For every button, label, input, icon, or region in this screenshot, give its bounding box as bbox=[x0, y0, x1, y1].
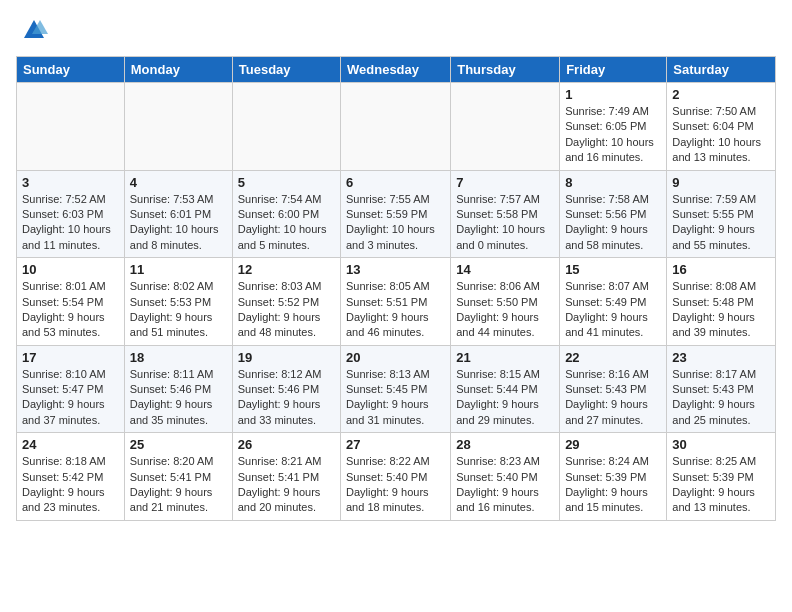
page: SundayMondayTuesdayWednesdayThursdayFrid… bbox=[0, 0, 792, 537]
weekday-header: Saturday bbox=[667, 57, 776, 83]
day-number: 19 bbox=[238, 350, 335, 365]
day-number: 30 bbox=[672, 437, 770, 452]
day-info: Sunrise: 8:25 AMSunset: 5:39 PMDaylight:… bbox=[672, 454, 770, 516]
calendar-cell bbox=[341, 83, 451, 171]
calendar-cell: 11Sunrise: 8:02 AMSunset: 5:53 PMDayligh… bbox=[124, 258, 232, 346]
calendar-cell: 5Sunrise: 7:54 AMSunset: 6:00 PMDaylight… bbox=[232, 170, 340, 258]
day-number: 13 bbox=[346, 262, 445, 277]
day-number: 10 bbox=[22, 262, 119, 277]
calendar-cell: 4Sunrise: 7:53 AMSunset: 6:01 PMDaylight… bbox=[124, 170, 232, 258]
day-info: Sunrise: 8:15 AMSunset: 5:44 PMDaylight:… bbox=[456, 367, 554, 429]
day-info: Sunrise: 8:03 AMSunset: 5:52 PMDaylight:… bbox=[238, 279, 335, 341]
day-number: 9 bbox=[672, 175, 770, 190]
day-info: Sunrise: 8:06 AMSunset: 5:50 PMDaylight:… bbox=[456, 279, 554, 341]
calendar-week-row: 17Sunrise: 8:10 AMSunset: 5:47 PMDayligh… bbox=[17, 345, 776, 433]
day-info: Sunrise: 8:17 AMSunset: 5:43 PMDaylight:… bbox=[672, 367, 770, 429]
day-number: 29 bbox=[565, 437, 661, 452]
calendar-cell: 26Sunrise: 8:21 AMSunset: 5:41 PMDayligh… bbox=[232, 433, 340, 521]
day-number: 26 bbox=[238, 437, 335, 452]
day-number: 2 bbox=[672, 87, 770, 102]
day-info: Sunrise: 8:22 AMSunset: 5:40 PMDaylight:… bbox=[346, 454, 445, 516]
calendar-cell: 30Sunrise: 8:25 AMSunset: 5:39 PMDayligh… bbox=[667, 433, 776, 521]
calendar-cell: 16Sunrise: 8:08 AMSunset: 5:48 PMDayligh… bbox=[667, 258, 776, 346]
day-number: 4 bbox=[130, 175, 227, 190]
day-info: Sunrise: 8:16 AMSunset: 5:43 PMDaylight:… bbox=[565, 367, 661, 429]
day-number: 17 bbox=[22, 350, 119, 365]
calendar-cell: 23Sunrise: 8:17 AMSunset: 5:43 PMDayligh… bbox=[667, 345, 776, 433]
calendar-cell: 21Sunrise: 8:15 AMSunset: 5:44 PMDayligh… bbox=[451, 345, 560, 433]
day-info: Sunrise: 8:10 AMSunset: 5:47 PMDaylight:… bbox=[22, 367, 119, 429]
day-number: 22 bbox=[565, 350, 661, 365]
day-info: Sunrise: 7:54 AMSunset: 6:00 PMDaylight:… bbox=[238, 192, 335, 254]
calendar-cell: 17Sunrise: 8:10 AMSunset: 5:47 PMDayligh… bbox=[17, 345, 125, 433]
day-info: Sunrise: 7:57 AMSunset: 5:58 PMDaylight:… bbox=[456, 192, 554, 254]
calendar-week-row: 24Sunrise: 8:18 AMSunset: 5:42 PMDayligh… bbox=[17, 433, 776, 521]
day-info: Sunrise: 8:23 AMSunset: 5:40 PMDaylight:… bbox=[456, 454, 554, 516]
day-info: Sunrise: 8:02 AMSunset: 5:53 PMDaylight:… bbox=[130, 279, 227, 341]
calendar-cell: 28Sunrise: 8:23 AMSunset: 5:40 PMDayligh… bbox=[451, 433, 560, 521]
day-info: Sunrise: 7:59 AMSunset: 5:55 PMDaylight:… bbox=[672, 192, 770, 254]
day-info: Sunrise: 8:18 AMSunset: 5:42 PMDaylight:… bbox=[22, 454, 119, 516]
day-number: 25 bbox=[130, 437, 227, 452]
header bbox=[16, 16, 776, 44]
calendar-cell: 20Sunrise: 8:13 AMSunset: 5:45 PMDayligh… bbox=[341, 345, 451, 433]
day-info: Sunrise: 8:08 AMSunset: 5:48 PMDaylight:… bbox=[672, 279, 770, 341]
calendar-header-row: SundayMondayTuesdayWednesdayThursdayFrid… bbox=[17, 57, 776, 83]
day-number: 7 bbox=[456, 175, 554, 190]
calendar-week-row: 3Sunrise: 7:52 AMSunset: 6:03 PMDaylight… bbox=[17, 170, 776, 258]
calendar-cell bbox=[124, 83, 232, 171]
day-info: Sunrise: 7:52 AMSunset: 6:03 PMDaylight:… bbox=[22, 192, 119, 254]
calendar-week-row: 10Sunrise: 8:01 AMSunset: 5:54 PMDayligh… bbox=[17, 258, 776, 346]
day-number: 27 bbox=[346, 437, 445, 452]
calendar-cell bbox=[17, 83, 125, 171]
day-info: Sunrise: 8:24 AMSunset: 5:39 PMDaylight:… bbox=[565, 454, 661, 516]
calendar-week-row: 1Sunrise: 7:49 AMSunset: 6:05 PMDaylight… bbox=[17, 83, 776, 171]
day-info: Sunrise: 8:01 AMSunset: 5:54 PMDaylight:… bbox=[22, 279, 119, 341]
weekday-header: Wednesday bbox=[341, 57, 451, 83]
day-number: 23 bbox=[672, 350, 770, 365]
calendar-cell: 22Sunrise: 8:16 AMSunset: 5:43 PMDayligh… bbox=[560, 345, 667, 433]
calendar-cell: 9Sunrise: 7:59 AMSunset: 5:55 PMDaylight… bbox=[667, 170, 776, 258]
day-number: 6 bbox=[346, 175, 445, 190]
day-number: 16 bbox=[672, 262, 770, 277]
calendar-cell: 14Sunrise: 8:06 AMSunset: 5:50 PMDayligh… bbox=[451, 258, 560, 346]
day-number: 3 bbox=[22, 175, 119, 190]
day-number: 21 bbox=[456, 350, 554, 365]
weekday-header: Thursday bbox=[451, 57, 560, 83]
calendar-cell: 10Sunrise: 8:01 AMSunset: 5:54 PMDayligh… bbox=[17, 258, 125, 346]
logo bbox=[16, 16, 48, 44]
calendar-cell bbox=[451, 83, 560, 171]
day-number: 8 bbox=[565, 175, 661, 190]
day-info: Sunrise: 7:58 AMSunset: 5:56 PMDaylight:… bbox=[565, 192, 661, 254]
calendar-cell: 27Sunrise: 8:22 AMSunset: 5:40 PMDayligh… bbox=[341, 433, 451, 521]
day-info: Sunrise: 7:55 AMSunset: 5:59 PMDaylight:… bbox=[346, 192, 445, 254]
day-number: 12 bbox=[238, 262, 335, 277]
calendar-cell: 6Sunrise: 7:55 AMSunset: 5:59 PMDaylight… bbox=[341, 170, 451, 258]
day-info: Sunrise: 7:53 AMSunset: 6:01 PMDaylight:… bbox=[130, 192, 227, 254]
day-number: 5 bbox=[238, 175, 335, 190]
weekday-header: Tuesday bbox=[232, 57, 340, 83]
calendar-cell: 24Sunrise: 8:18 AMSunset: 5:42 PMDayligh… bbox=[17, 433, 125, 521]
day-info: Sunrise: 8:07 AMSunset: 5:49 PMDaylight:… bbox=[565, 279, 661, 341]
calendar-cell: 19Sunrise: 8:12 AMSunset: 5:46 PMDayligh… bbox=[232, 345, 340, 433]
day-info: Sunrise: 7:50 AMSunset: 6:04 PMDaylight:… bbox=[672, 104, 770, 166]
day-info: Sunrise: 8:21 AMSunset: 5:41 PMDaylight:… bbox=[238, 454, 335, 516]
day-number: 14 bbox=[456, 262, 554, 277]
day-number: 11 bbox=[130, 262, 227, 277]
calendar-cell: 3Sunrise: 7:52 AMSunset: 6:03 PMDaylight… bbox=[17, 170, 125, 258]
calendar-cell bbox=[232, 83, 340, 171]
day-info: Sunrise: 8:13 AMSunset: 5:45 PMDaylight:… bbox=[346, 367, 445, 429]
calendar-cell: 7Sunrise: 7:57 AMSunset: 5:58 PMDaylight… bbox=[451, 170, 560, 258]
day-info: Sunrise: 8:05 AMSunset: 5:51 PMDaylight:… bbox=[346, 279, 445, 341]
calendar-cell: 8Sunrise: 7:58 AMSunset: 5:56 PMDaylight… bbox=[560, 170, 667, 258]
calendar-cell: 18Sunrise: 8:11 AMSunset: 5:46 PMDayligh… bbox=[124, 345, 232, 433]
day-number: 28 bbox=[456, 437, 554, 452]
calendar-table: SundayMondayTuesdayWednesdayThursdayFrid… bbox=[16, 56, 776, 521]
day-number: 1 bbox=[565, 87, 661, 102]
weekday-header: Sunday bbox=[17, 57, 125, 83]
day-number: 15 bbox=[565, 262, 661, 277]
day-number: 24 bbox=[22, 437, 119, 452]
day-info: Sunrise: 8:12 AMSunset: 5:46 PMDaylight:… bbox=[238, 367, 335, 429]
logo-icon bbox=[20, 16, 48, 44]
calendar-cell: 2Sunrise: 7:50 AMSunset: 6:04 PMDaylight… bbox=[667, 83, 776, 171]
